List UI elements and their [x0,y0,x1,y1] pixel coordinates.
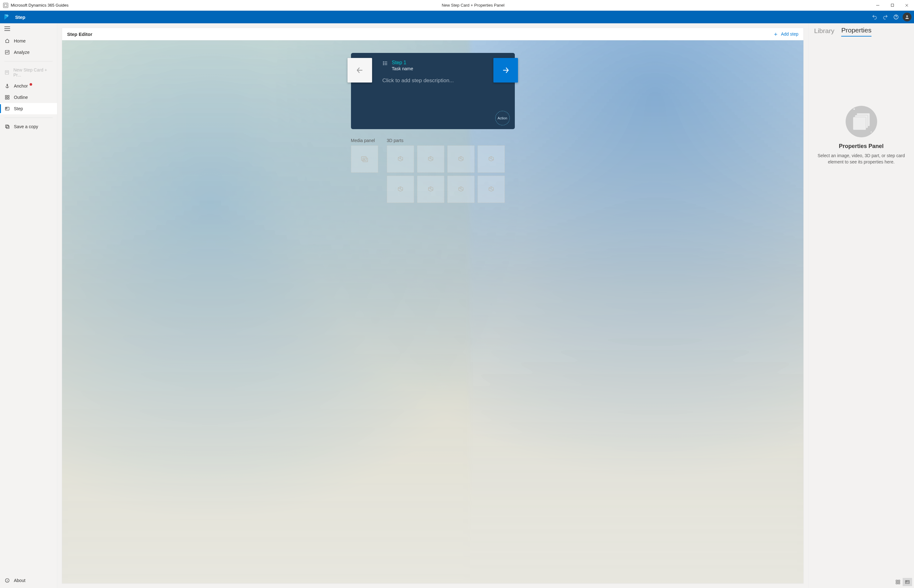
svg-rect-41 [898,580,900,582]
sidebar-item-label: About [14,578,26,583]
svg-point-34 [383,62,384,62]
part-slot[interactable] [417,176,444,203]
sidebar-item-label: Anchor [14,84,28,89]
window-close-button[interactable] [899,0,914,10]
svg-point-28 [7,579,7,580]
step-editor-title: Step Editor [67,31,92,37]
svg-rect-23 [6,108,7,109]
sidebar-item-about[interactable]: About [0,575,57,586]
task-list-icon [382,60,388,66]
svg-rect-2 [891,4,893,6]
svg-rect-18 [5,95,7,97]
step-number-label[interactable]: Step 1 [392,60,413,66]
nav-document: New Step Card + Pr... Anchor Outline S [0,63,57,116]
nav-primary: Home Analyze [0,34,57,59]
sidebar-item-recent-doc[interactable]: New Step Card + Pr... [0,65,57,80]
save-copy-icon [5,124,10,129]
window-titlebar: Microsoft Dynamics 365 Guides New Step C… [0,0,914,11]
properties-empty-state: Properties Panel Select an image, video,… [809,37,914,577]
window-maximize-button[interactable] [885,0,899,10]
app-ribbon: Step [0,11,914,23]
next-step-button[interactable] [493,58,518,82]
part-slot[interactable] [417,145,444,173]
main-region: Home Analyze New Step Card + Pr... [0,23,914,588]
nav-actions: Save a copy [0,120,57,134]
grid-view-button[interactable] [893,578,903,586]
home-icon [5,38,10,44]
document-icon [5,69,10,75]
workspace: Step Editor ＋ Add step [57,23,808,588]
tab-properties[interactable]: Properties [841,26,872,37]
media-slot[interactable] [351,145,378,173]
svg-point-35 [383,63,384,64]
analyze-icon [5,50,10,55]
part-slot[interactable] [387,145,414,173]
svg-point-7 [906,15,908,17]
detail-view-button[interactable] [903,578,912,586]
svg-rect-38 [362,158,367,162]
action-chip-label: Action [497,116,507,120]
svg-point-15 [7,84,8,85]
part-slot[interactable] [447,176,474,203]
app-title-text: Microsoft Dynamics 365 Guides [11,3,69,8]
sidebar-item-outline[interactable]: Outline [0,92,57,103]
step-card[interactable]: Step 1 Task name Click to add step descr… [351,53,515,129]
previous-step-button[interactable] [348,58,372,82]
sidebar-item-save-copy[interactable]: Save a copy [0,121,57,132]
part-slot[interactable] [447,145,474,173]
help-button[interactable] [891,12,901,23]
anchor-alert-indicator [30,83,32,86]
right-panel: Library Properties Properties Panel Sele… [808,23,914,588]
svg-point-36 [383,65,384,65]
sidebar-item-label: Analyze [14,50,30,55]
step-icon [5,106,10,111]
anchor-icon [5,83,10,89]
part-slot[interactable] [478,176,505,203]
sidebar-item-label: Save a copy [14,124,38,129]
right-panel-view-toggle [809,577,914,588]
svg-rect-24 [6,125,8,128]
step-card-header: Step 1 Task name [351,53,515,73]
task-name-label[interactable]: Task name [392,66,413,71]
part-slot[interactable] [478,145,505,173]
media-panel-label: Media panel [351,138,378,143]
step-description-input[interactable]: Click to add step description... [351,73,515,123]
svg-rect-45 [906,581,907,582]
step-editor-card: Step Editor ＋ Add step [62,28,804,583]
add-step-button[interactable]: ＋ Add step [773,31,798,37]
app-icon [3,3,8,8]
undo-button[interactable] [869,12,880,23]
dynamics-logo-icon[interactable] [0,11,14,23]
svg-rect-40 [896,580,898,582]
sidebar-item-label: Outline [14,95,28,100]
info-icon [5,578,10,583]
sidebar-item-home[interactable]: Home [0,35,57,47]
action-chip[interactable]: Action [495,111,510,125]
document-title: New Step Card + Properties Panel [76,0,870,10]
svg-rect-20 [5,98,7,99]
asset-panels: Media panel 3D parts [351,138,515,203]
ribbon-page-title: Step [14,15,26,20]
sidebar-item-analyze[interactable]: Analyze [0,47,57,58]
svg-point-39 [364,159,364,160]
sidebar-item-anchor[interactable]: Anchor [0,80,57,92]
redo-button[interactable] [880,12,891,23]
svg-rect-19 [8,95,9,97]
user-avatar[interactable] [903,13,911,21]
right-panel-tabs: Library Properties [809,23,914,37]
nav-divider [5,61,53,61]
sidebar-item-step[interactable]: Step [0,103,57,114]
svg-point-6 [896,18,896,18]
window-minimize-button[interactable] [870,0,885,10]
part-slot[interactable] [387,176,414,203]
svg-rect-25 [6,126,9,129]
sidebar: Home Analyze New Step Card + Pr... [0,23,57,588]
parts-panel-column: 3D parts [387,138,505,203]
window-controls [870,0,914,10]
sidebar-item-label: Step [14,106,23,111]
properties-empty-icon [846,106,877,137]
hamburger-button[interactable] [0,23,57,34]
tab-library[interactable]: Library [814,27,834,37]
svg-rect-43 [898,582,900,584]
svg-rect-21 [8,98,9,99]
